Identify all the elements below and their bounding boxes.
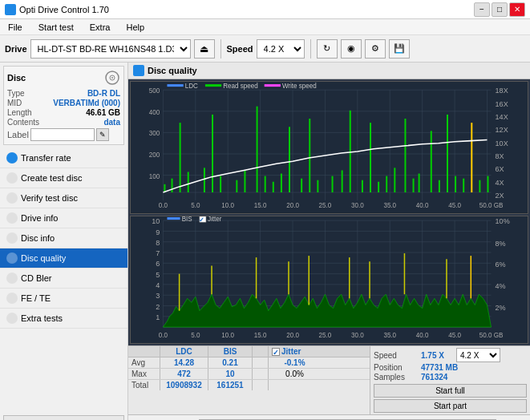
svg-text:2X: 2X [496,192,504,200]
svg-rect-75 [439,180,440,192]
status-window-button[interactable]: Status window >> [3,415,124,420]
toolbar-btn-4[interactable]: 💾 [389,39,410,59]
svg-text:6: 6 [156,260,160,268]
menu-extra[interactable]: Extra [85,22,115,33]
nav-item-disc-info[interactable]: Disc info [0,228,127,248]
nav-item-create-test-disc[interactable]: Create test disc [0,168,127,188]
close-button[interactable]: ✕ [509,2,525,17]
svg-rect-3 [131,82,528,213]
max-jitter: 0.0% [269,369,321,379]
svg-rect-70 [394,168,395,192]
content-area: Disc quality [128,63,530,420]
speed-select2[interactable]: 4.2 X [456,348,500,362]
stats-table: LDC BIS ✓ Jitter Avg 14.28 0.21 [128,346,370,414]
max-label: Max [128,369,160,379]
start-part-button[interactable]: Start part [374,399,527,413]
svg-rect-80 [479,180,480,192]
start-full-button[interactable]: Start full [374,384,527,398]
svg-text:9: 9 [156,228,160,236]
svg-rect-58 [281,174,282,193]
toolbar-sep1 [220,39,221,59]
svg-rect-56 [265,176,266,192]
svg-text:15.0: 15.0 [254,202,267,209]
app-icon [5,4,16,15]
svg-rect-79 [471,123,472,192]
drive-select[interactable]: HL-DT-ST BD-RE WH16NS48 1.D3 [30,39,191,59]
fe-te-icon [6,293,18,304]
disc-length-value: 46.61 GB [86,108,120,117]
svg-rect-62 [317,180,318,192]
disc-type-label: Type [7,89,25,98]
drive-info-icon [6,212,18,224]
svg-rect-72 [413,179,415,192]
svg-text:20.0: 20.0 [286,332,299,339]
menu-file[interactable]: File [3,22,27,33]
nav-item-extra-tests[interactable]: Extra tests [0,309,127,329]
avg-jitter: -0.1% [269,357,321,368]
svg-rect-73 [419,174,420,193]
svg-rect-67 [370,123,371,192]
svg-text:6%: 6% [496,260,506,269]
speed-label: Speed [227,44,253,54]
chart1-svg: 500 400 300 200 100 18X 16X 14X 12X 10X … [131,82,528,213]
svg-rect-55 [257,107,258,192]
svg-text:5.0: 5.0 [191,332,200,339]
nav-item-verify-test-disc[interactable]: Verify test disc [0,188,127,208]
svg-text:4%: 4% [496,282,506,290]
disc-label-input[interactable] [30,128,95,141]
svg-text:200: 200 [149,151,160,159]
svg-rect-77 [455,176,456,192]
svg-text:8%: 8% [496,239,506,247]
drive-label: Drive [5,44,27,54]
cd-bler-icon [6,273,18,284]
samples-value: 761324 [421,373,447,382]
svg-text:16X: 16X [496,100,508,108]
content-header-icon [133,65,144,76]
svg-rect-61 [309,119,310,192]
eject-button[interactable]: ⏏ [194,39,215,59]
nav-item-transfer-rate[interactable]: Transfer rate [0,148,127,168]
svg-text:400: 400 [149,109,160,116]
svg-text:7: 7 [156,249,160,257]
avg-ldc: 14.28 [160,357,208,368]
nav-item-cd-bler[interactable]: CD Bler [0,269,127,289]
minimize-button[interactable]: − [474,2,490,17]
status-bar: Test completed 100.0% 63:03 [128,414,530,420]
nav-item-drive-info[interactable]: Drive info [0,208,127,228]
main-layout: Disc Type BD-R DL MID VERBATIMd (000) Le… [0,63,530,420]
svg-rect-82 [167,84,183,87]
toolbar-btn-3[interactable]: ⚙ [365,39,386,59]
svg-text:LDC: LDC [185,83,198,90]
svg-rect-84 [205,84,221,87]
right-info: Speed 1.75 X 4.2 X Position 47731 MB Sam… [370,346,530,414]
speed-select[interactable]: 4.2 X [257,39,305,59]
verify-test-disc-icon [6,192,18,204]
avg-bis: 0.21 [208,357,253,368]
svg-text:4X: 4X [496,179,504,187]
nav-item-disc-quality[interactable]: Disc quality [0,248,127,269]
svg-rect-54 [244,170,245,192]
disc-panel: Disc Type BD-R DL MID VERBATIMd (000) Le… [3,66,124,145]
bottom-section: LDC BIS ✓ Jitter Avg 14.28 0.21 [128,345,530,414]
create-test-disc-icon [6,172,18,184]
samples-label: Samples [374,373,418,382]
svg-rect-78 [463,179,464,192]
maximize-button[interactable]: □ [492,2,508,17]
svg-text:50.0 GB: 50.0 GB [479,202,504,209]
speed-value: 1.75 X [421,351,453,360]
disc-quality-icon [6,252,18,264]
menu-help[interactable]: Help [121,22,149,33]
menu-start-test[interactable]: Start test [34,22,79,33]
stats-header-bis: BIS [208,346,253,357]
toolbar-btn-1[interactable]: ↻ [317,39,338,59]
toolbar-btn-2[interactable]: ◉ [341,39,362,59]
svg-text:300: 300 [149,130,160,137]
disc-label-icon-btn[interactable]: ✎ [96,128,109,141]
svg-text:45.0: 45.0 [448,332,461,339]
svg-rect-63 [332,176,334,192]
nav-item-fe-te[interactable]: FE / TE [0,289,127,309]
max-ldc: 472 [160,369,208,379]
svg-text:30.0: 30.0 [351,202,364,209]
svg-text:2%: 2% [496,303,506,311]
svg-rect-48 [180,123,181,192]
